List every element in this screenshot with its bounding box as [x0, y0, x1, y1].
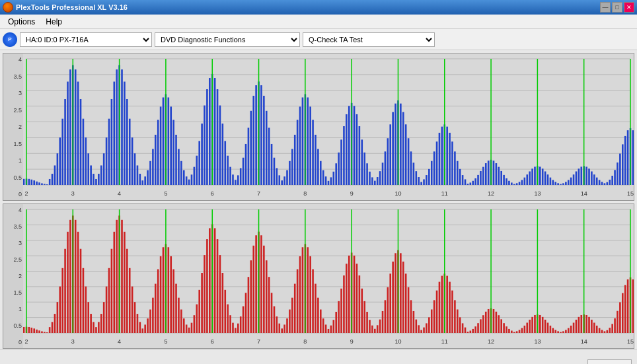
chart-bottom-container: 4 3.5 3 2.5 2 1.5 1 0.5 0 [3, 203, 634, 349]
chart-top-area [23, 54, 634, 200]
main-area: 4 3.5 3 2.5 2 1.5 1 0.5 0 4 3.5 3 2.5 2 … [0, 50, 637, 349]
titlebar-left: PlexTools Professional XL V3.16 [3, 2, 128, 13]
app-title: PlexTools Professional XL V3.16 [16, 3, 128, 11]
menubar: Options Help [0, 15, 637, 29]
titlebar: PlexTools Professional XL V3.16 — □ ✕ [0, 0, 637, 15]
menu-help[interactable]: Help [40, 16, 67, 28]
bottom-panel: Jitter: 5 Peak Shift: [0, 349, 637, 364]
chart-top-yaxis: 4 3.5 3 2.5 2 1.5 1 0.5 0 [3, 54, 23, 200]
chart-top-container: 4 3.5 3 2.5 2 1.5 1 0.5 0 [3, 53, 634, 201]
right-section: Start i [587, 359, 632, 365]
drive-select[interactable]: HA:0 ID:0 PX-716A [20, 32, 152, 47]
function-select[interactable]: DVD Diagnostic Functions [155, 32, 300, 47]
menu-options[interactable]: Options [3, 16, 40, 28]
toolbar: P HA:0 ID:0 PX-716A DVD Diagnostic Funct… [0, 29, 637, 50]
chart-top-canvas [23, 54, 634, 198]
start-button[interactable]: Start [587, 359, 632, 365]
chart-bottom-canvas [23, 204, 634, 346]
maximize-button[interactable]: □ [612, 2, 622, 13]
app-logo [3, 2, 13, 13]
chart-bottom-area [23, 204, 634, 348]
close-button[interactable]: ✕ [624, 2, 634, 13]
titlebar-controls: — □ ✕ [600, 2, 634, 13]
test-select[interactable]: Q-Check TA Test [303, 32, 435, 47]
minimize-button[interactable]: — [600, 2, 611, 13]
drive-icon: P [3, 32, 17, 47]
chart-bottom-yaxis: 4 3.5 3 2.5 2 1.5 1 0.5 0 [3, 204, 23, 348]
